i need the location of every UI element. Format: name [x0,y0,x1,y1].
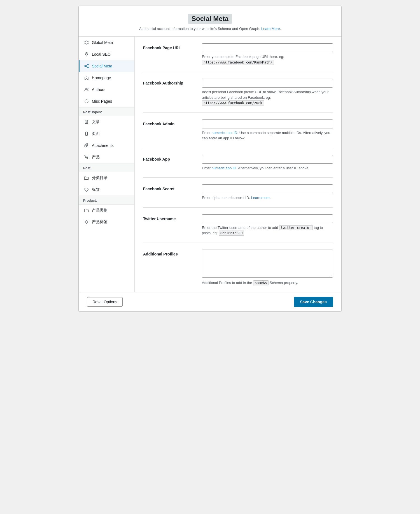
field-label-facebook-secret: Facebook Secret [143,184,193,191]
field-facebook-admin: Enter numeric user ID. Use a comma to se… [202,119,333,141]
sidebar-item-label: 分类目录 [92,175,108,180]
additional-profiles-textarea[interactable] [202,250,333,278]
additional-profiles-help: Additional Profiles to add in the sameAs… [202,280,333,286]
sidebar-item-categories[interactable]: 分类目录 [79,172,134,184]
folder-icon [84,175,89,180]
sidebar-item-label: 标签 [92,187,100,192]
form-row-facebook-app: Facebook App Enter numeric app ID. Alter… [143,148,333,178]
twitter-username-help: Enter the Twitter username of the author… [202,225,333,236]
folder-open-icon [84,208,89,213]
form-row-facebook-page-url: Facebook Page URL Enter your complete Fa… [143,37,333,72]
field-facebook-page-url: Enter your complete Facebook page URL he… [202,43,333,65]
sidebar-item-misc-pages[interactable]: Misc Pages [79,95,134,107]
svg-line-4 [86,65,87,66]
page-subtitle: Add social account information to your w… [84,27,336,31]
facebook-authorship-input[interactable] [202,79,333,88]
svg-point-17 [85,189,86,189]
sidebar-item-product-categories[interactable]: 产品类别 [79,205,134,216]
field-additional-profiles: Additional Profiles to add in the sameAs… [202,250,333,286]
sidebar-item-label: Authors [92,87,105,92]
page-header: Social Meta Add social account informati… [79,6,341,37]
sidebar-item-social-meta[interactable]: Social Meta [79,60,134,72]
field-facebook-authorship: Insert personal Facebook profile URL to … [202,79,333,106]
facebook-app-help: Enter numeric app ID. Alternatively, you… [202,165,333,171]
sidebar-item-label: Misc Pages [92,99,112,104]
form-row-facebook-authorship: Facebook Authorship Insert personal Face… [143,72,333,113]
facebook-page-url-help: Enter your complete Facebook page URL he… [202,54,333,65]
field-facebook-secret: Enter alphanumeric secret ID. Learn more… [202,184,333,201]
twitter-username-input[interactable] [202,214,333,223]
svg-point-1 [87,64,88,65]
numeric-user-id-link[interactable]: numeric user ID [212,131,237,135]
sidebar-item-label: Global Meta [92,40,113,45]
svg-point-8 [85,100,88,103]
svg-point-3 [85,65,86,67]
facebook-authorship-help: Insert personal Facebook profile URL to … [202,89,333,106]
sidebar-item-label: Attachments [92,143,114,148]
home-icon [84,75,89,80]
social-icon [84,64,89,69]
learn-more-secret-link[interactable]: Learn more [251,196,270,200]
facebook-admin-input[interactable] [202,119,333,128]
sidebar-item-label: 产品类别 [92,208,108,213]
field-facebook-app: Enter numeric app ID. Alternatively, you… [202,155,333,171]
sidebar-item-attachments[interactable]: Attachments [79,140,134,151]
field-twitter-username: Enter the Twitter username of the author… [202,214,333,236]
svg-point-16 [87,158,88,159]
svg-line-5 [86,66,87,67]
mobile-icon [84,131,89,136]
doc-icon [84,119,89,125]
field-label-facebook-app: Facebook App [143,155,193,161]
svg-point-2 [87,67,88,68]
save-changes-button[interactable]: Save Changes [294,297,333,307]
form-row-facebook-admin: Facebook Admin Enter numeric user ID. Us… [143,113,333,148]
sidebar-item-label: 文章 [92,119,100,125]
field-label-facebook-admin: Facebook Admin [143,119,193,126]
facebook-admin-help: Enter numeric user ID. Use a comma to se… [202,130,333,141]
section-post-types: Post Types: [79,107,134,116]
tag-icon [84,187,89,192]
sidebar: Global Meta Local SEO [79,37,135,292]
field-label-twitter-username: Twitter Username [143,214,193,221]
facebook-page-url-input[interactable] [202,43,333,52]
facebook-app-input[interactable] [202,155,333,164]
sidebar-item-label: 产品标签 [92,220,108,225]
facebook-secret-input[interactable] [202,184,333,193]
sidebar-item-label: Local SEO [92,52,111,57]
sidebar-item-label: Homepage [92,76,111,80]
paperclip-icon [84,143,89,148]
section-product: Product: [79,196,134,205]
form-row-twitter-username: Twitter Username Enter the Twitter usern… [143,208,333,243]
sidebar-item-homepage[interactable]: Homepage [79,72,134,84]
section-post: Post: [79,163,134,172]
sidebar-item-product-tags[interactable]: 产品标签 [79,216,134,228]
diamond-icon [84,220,89,225]
main-content: Facebook Page URL Enter your complete Fa… [135,37,341,292]
cart-icon [84,155,89,160]
svg-point-14 [86,135,87,135]
numeric-app-id-link[interactable]: numeric app ID [212,166,236,170]
settings-icon [84,40,89,45]
field-label-additional-profiles: Additional Profiles [143,250,193,256]
svg-point-6 [85,88,87,90]
form-row-facebook-secret: Facebook Secret Enter alphanumeric secre… [143,178,333,208]
reset-options-button[interactable]: Reset Options [87,297,123,307]
page-title: Social Meta [188,14,232,24]
sidebar-item-articles[interactable]: 文章 [79,116,134,128]
people-icon [84,87,89,92]
svg-point-7 [87,88,88,89]
form-row-additional-profiles: Additional Profiles Additional Profiles … [143,243,333,292]
page-footer: Reset Options Save Changes [79,292,341,311]
sidebar-item-tags[interactable]: 标签 [79,184,134,196]
sidebar-item-authors[interactable]: Authors [79,84,134,95]
sidebar-item-label: 产品 [92,155,100,160]
circle-dash-icon [84,99,89,104]
sidebar-item-global-meta[interactable]: Global Meta [79,37,134,48]
sidebar-item-products[interactable]: 产品 [79,151,134,163]
location-icon [84,52,89,57]
learn-more-link[interactable]: Learn More [261,27,280,31]
svg-point-0 [86,53,87,54]
sidebar-item-local-seo[interactable]: Local SEO [79,48,134,60]
sidebar-item-pages[interactable]: 页面 [79,128,134,140]
sidebar-item-label: Social Meta [92,64,112,68]
